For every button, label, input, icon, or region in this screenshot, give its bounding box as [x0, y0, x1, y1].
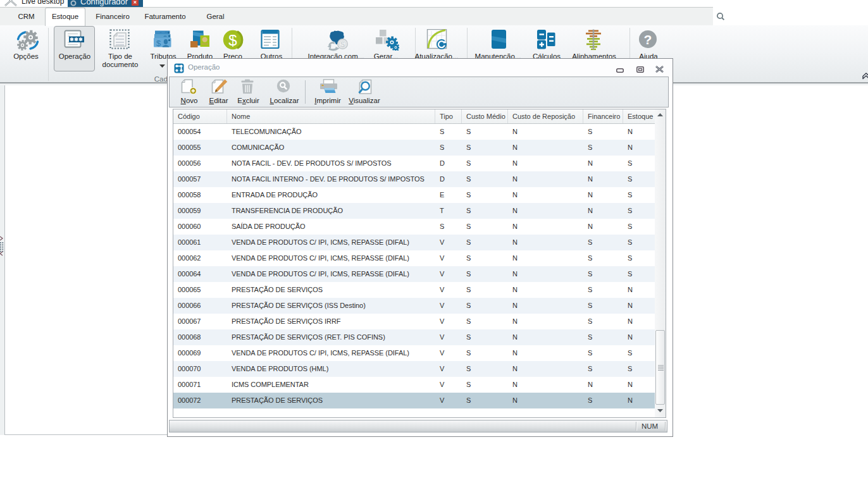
svg-text:$: $: [228, 32, 237, 49]
svg-text:$: $: [156, 39, 161, 48]
svg-text:?: ?: [644, 32, 652, 47]
svg-text:S: S: [340, 40, 345, 48]
